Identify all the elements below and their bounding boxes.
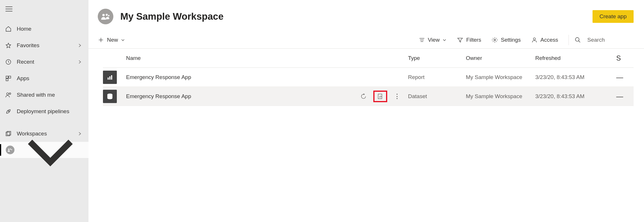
- page-title: My Sample Workspace: [120, 11, 593, 22]
- column-type[interactable]: Type: [408, 55, 466, 61]
- chevron-right-icon: [77, 60, 82, 64]
- schedule-refresh-highlight: [373, 91, 387, 102]
- svg-rect-4: [6, 76, 8, 78]
- hamburger-menu[interactable]: [0, 0, 17, 21]
- sidebar-item-label: Home: [17, 26, 82, 32]
- sidebar-item-favorites[interactable]: Favorites: [0, 37, 88, 54]
- home-icon: [5, 26, 17, 32]
- report-icon: [103, 71, 117, 84]
- sidebar-item-apps[interactable]: Apps: [0, 70, 88, 87]
- content-table: Name Type Owner Refreshed S Emergency Re…: [88, 49, 644, 106]
- filters-button[interactable]: Filters: [457, 31, 481, 48]
- svg-point-13: [10, 148, 11, 150]
- svg-point-23: [494, 39, 496, 41]
- people-icon: [5, 92, 17, 98]
- svg-rect-6: [6, 78, 8, 80]
- refresh-now-button[interactable]: [359, 92, 368, 100]
- workspace-avatar-icon: [6, 146, 14, 154]
- view-icon: [419, 37, 425, 43]
- filter-icon: [457, 37, 463, 43]
- svg-point-16: [106, 14, 108, 16]
- svg-point-7: [7, 93, 9, 95]
- people-group-icon: [101, 12, 110, 21]
- column-owner[interactable]: Owner: [466, 55, 535, 61]
- svg-rect-10: [6, 132, 10, 136]
- hamburger-icon: [5, 6, 13, 12]
- sidebar: Home Favorites Recent Apps Shared with m…: [0, 0, 88, 222]
- svg-point-9: [8, 111, 9, 112]
- row-refreshed: 3/23/20, 8:43:53 AM: [535, 74, 616, 80]
- column-name[interactable]: Name: [126, 55, 350, 61]
- chevron-down-icon: [121, 38, 125, 42]
- sidebar-item-label: Shared with me: [17, 92, 82, 98]
- view-button[interactable]: View: [419, 31, 447, 48]
- filters-label: Filters: [466, 37, 481, 43]
- sidebar-item-pipelines[interactable]: Deployment pipelines: [0, 103, 88, 120]
- svg-point-12: [8, 149, 10, 150]
- svg-rect-28: [109, 76, 110, 80]
- column-refreshed[interactable]: Refreshed: [535, 55, 616, 61]
- settings-label: Settings: [501, 37, 521, 43]
- rocket-icon: [5, 108, 17, 115]
- chevron-down-icon: [18, 118, 83, 182]
- row-owner: My Sample Workspace: [466, 74, 535, 80]
- svg-point-15: [102, 14, 105, 16]
- view-label: View: [428, 37, 440, 43]
- row-type: Dataset: [408, 93, 466, 100]
- clock-icon: [5, 59, 17, 65]
- plus-icon: [98, 37, 104, 43]
- sidebar-item-label: Recent: [17, 59, 77, 65]
- dataset-icon: [103, 90, 117, 103]
- toolbar: New View Filters Settings: [88, 31, 644, 49]
- access-button[interactable]: Access: [531, 31, 558, 48]
- search-box[interactable]: [575, 31, 634, 48]
- gear-icon: [492, 37, 498, 43]
- person-icon: [531, 37, 538, 43]
- more-options-button[interactable]: ⋮: [393, 92, 401, 100]
- sidebar-item-label: Apps: [17, 75, 82, 82]
- chevron-right-icon: [77, 43, 82, 48]
- schedule-refresh-icon: [377, 93, 383, 100]
- column-sensitivity[interactable]: S: [616, 54, 634, 62]
- settings-button[interactable]: Settings: [492, 31, 521, 48]
- row-owner: My Sample Workspace: [466, 93, 535, 100]
- svg-point-25: [575, 37, 579, 41]
- sidebar-item-home[interactable]: Home: [0, 21, 88, 37]
- svg-rect-5: [9, 76, 11, 78]
- star-icon: [5, 42, 17, 49]
- current-workspace[interactable]: My Sample Works...: [0, 142, 88, 158]
- row-next: —: [616, 73, 634, 81]
- new-button[interactable]: New: [98, 31, 125, 48]
- new-label: New: [107, 37, 118, 43]
- chevron-down-icon: [442, 38, 446, 42]
- svg-rect-11: [7, 131, 11, 135]
- sidebar-item-shared[interactable]: Shared with me: [0, 87, 88, 103]
- svg-point-24: [533, 38, 535, 40]
- create-app-button[interactable]: Create app: [593, 10, 634, 23]
- divider: [569, 35, 569, 45]
- svg-rect-29: [111, 75, 112, 80]
- schedule-refresh-button[interactable]: [376, 92, 384, 100]
- table-row[interactable]: Emergency Response App ⋮: [103, 87, 634, 106]
- sidebar-item-label: Favorites: [17, 42, 77, 49]
- svg-point-14: [11, 149, 12, 150]
- svg-line-26: [579, 41, 580, 42]
- search-icon: [575, 37, 581, 43]
- workspace-avatar: [98, 9, 113, 24]
- header: My Sample Workspace Create app: [88, 0, 644, 31]
- table-row[interactable]: Emergency Response App Report My Sample …: [103, 68, 634, 87]
- row-name[interactable]: Emergency Response App: [126, 93, 350, 100]
- row-next: —: [616, 92, 634, 100]
- row-name[interactable]: Emergency Response App: [126, 74, 350, 80]
- row-type: Report: [408, 74, 466, 80]
- main: My Sample Workspace Create app New View …: [88, 0, 644, 222]
- sidebar-item-recent[interactable]: Recent: [0, 54, 88, 70]
- table-header: Name Type Owner Refreshed S: [103, 49, 634, 68]
- workspaces-icon: [5, 131, 17, 137]
- search-input[interactable]: [587, 37, 634, 43]
- sidebar-item-label: Deployment pipelines: [17, 108, 82, 115]
- svg-point-8: [9, 93, 11, 94]
- svg-point-17: [108, 15, 110, 16]
- row-refreshed: 3/23/20, 8:43:53 AM: [535, 93, 616, 100]
- access-label: Access: [540, 37, 558, 43]
